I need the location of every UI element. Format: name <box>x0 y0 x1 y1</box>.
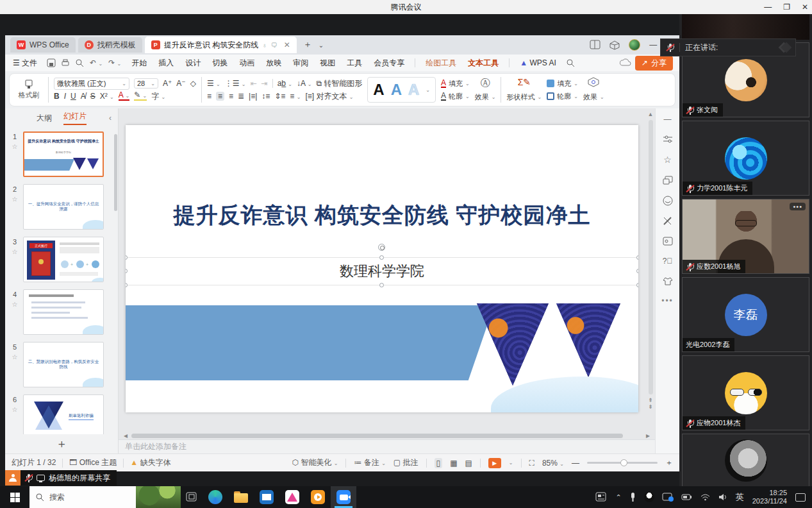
tools-icon[interactable] <box>663 216 672 226</box>
close-button[interactable]: ✕ <box>802 3 808 12</box>
participant-tile[interactable]: 应物2001林杰 <box>682 355 809 430</box>
menu-transition[interactable]: 切换 <box>211 56 229 70</box>
start-button[interactable] <box>0 486 29 508</box>
zoom-in-button[interactable]: ＋ <box>665 457 673 468</box>
reader-icon[interactable] <box>663 237 673 246</box>
collapse-panel-icon[interactable]: ‹ <box>109 114 112 123</box>
comments-button[interactable]: ▢ 批注 <box>394 457 418 468</box>
notification-center-icon[interactable] <box>795 493 806 502</box>
star-icon[interactable]: ☆ <box>12 353 18 360</box>
taskbar-search[interactable]: 搜索 <box>29 486 181 508</box>
align-right-button[interactable]: ≡ <box>229 92 233 101</box>
vertical-text-button[interactable]: ↓A ⌄ <box>297 79 311 88</box>
justify-button[interactable]: ≣ <box>238 92 244 101</box>
theme-indicator[interactable]: 🗔 Office 主题 <box>69 457 117 468</box>
menu-review[interactable]: 审阅 <box>292 56 310 70</box>
new-tab-button[interactable]: ＋ <box>303 39 312 51</box>
preview-icon[interactable] <box>76 59 84 67</box>
partial-video-top[interactable] <box>682 14 809 40</box>
zoom-slider-handle[interactable] <box>620 459 627 466</box>
restore-button[interactable]: ❐ <box>783 3 790 12</box>
numbered-list-button[interactable]: ⋮☰ ⌄ <box>225 79 246 88</box>
save-icon[interactable] <box>47 59 56 67</box>
participant-tile[interactable] <box>682 434 809 486</box>
taskbar-app-edge[interactable] <box>203 486 228 508</box>
taskbar-app-video[interactable] <box>305 486 331 508</box>
text-style-gallery[interactable]: A A A ⌄ <box>367 77 436 103</box>
shapes-icon[interactable] <box>663 176 673 185</box>
beautify-button[interactable]: ⬡ 智能美化 ⌄ <box>292 457 338 468</box>
redo-icon[interactable]: ↷ ⌄ <box>108 58 121 67</box>
theme-clothes-icon[interactable] <box>663 276 673 285</box>
bullet-list-button[interactable]: ☰ ⌄ <box>207 79 220 88</box>
taskbar-app-explorer[interactable] <box>228 486 254 508</box>
line-spacing-button[interactable]: ↕≡ <box>261 92 270 101</box>
file-menu[interactable]: ☰ 文件 <box>12 56 38 70</box>
search-icon[interactable] <box>567 59 575 67</box>
zoom-level[interactable]: 85% ⌄ <box>542 459 564 468</box>
align-center-button[interactable]: ≡ <box>216 92 224 101</box>
tab-document[interactable]: P 提升反诈意识 构筑安全防线 ♁ 🗨 ✕ <box>145 37 297 53</box>
shape-fill-button[interactable]: 填充⌄ <box>547 78 578 89</box>
slide-thumbnail-3[interactable]: 3☆ 正式施行 + + <box>9 237 112 282</box>
next-slide-icon[interactable]: ⇟ <box>648 403 653 410</box>
resize-handle[interactable] <box>636 283 638 287</box>
cloud-icon[interactable] <box>620 58 631 67</box>
superscript-button[interactable]: X² ⌄ <box>100 92 114 101</box>
tab-docer[interactable]: D 找稻壳模板 <box>78 37 142 53</box>
slide-canvas[interactable]: 提升反诈意识 构筑安全防线 守护校园净土 数理科学学院 <box>119 108 655 432</box>
underline-button[interactable]: U <box>70 92 76 101</box>
font-size-select[interactable]: 28⌄ <box>134 78 158 89</box>
participant-tile[interactable]: ••• 应数2001杨旭 <box>682 199 809 274</box>
triangle-image-1[interactable] <box>477 303 549 385</box>
wifi-icon[interactable] <box>700 493 710 501</box>
text-style-blue[interactable]: A <box>391 81 402 99</box>
prev-slide-icon[interactable]: ⇞ <box>648 397 653 403</box>
star-icon[interactable]: ☆ <box>12 301 18 308</box>
decrease-font-button[interactable]: A⁻ <box>176 79 185 88</box>
increase-font-button[interactable]: A⁺ <box>163 79 172 88</box>
taskbar-app-meeting[interactable] <box>331 486 356 508</box>
resize-handle[interactable] <box>126 283 128 287</box>
clear-format-icon[interactable]: ◇ <box>190 79 196 88</box>
menu-tools[interactable]: 工具 <box>345 56 363 70</box>
phonetic-button[interactable]: 字 ⌄ <box>151 91 165 102</box>
triangle-image-2[interactable] <box>556 303 620 377</box>
text-fill-button[interactable]: A填充⌄ <box>441 78 470 89</box>
user-avatar[interactable] <box>629 39 640 51</box>
horizontal-scrollbar[interactable] <box>131 434 623 438</box>
notes-bar[interactable]: 单击此处添加备注 <box>119 439 655 453</box>
share-button[interactable]: ↗分享 <box>635 56 673 71</box>
banner-shape[interactable] <box>126 305 494 380</box>
rotate-handle[interactable] <box>378 244 385 251</box>
resize-handle[interactable] <box>379 283 384 287</box>
tab-slides[interactable]: 幻灯片 <box>63 111 87 125</box>
format-painter-button[interactable]: 格式刷 <box>15 76 43 104</box>
slide-subtitle-textbox[interactable]: 数理科学学院 <box>126 257 638 285</box>
font-color-button[interactable]: A ⌄ <box>119 92 129 101</box>
align-text-button[interactable]: [≡] 对齐文本 ⌄ <box>305 91 353 102</box>
notes-button[interactable]: ≔ 备注 ⌄ <box>354 457 385 468</box>
speaker-icon[interactable] <box>718 493 727 501</box>
star-icon[interactable]: ☆ <box>12 143 18 150</box>
scroll-right-icon[interactable]: ▸ <box>646 431 650 440</box>
slide-thumbnail-1[interactable]: 1☆ 提升反诈意识 构筑安全防线 守护校园净土 数理科学学院 <box>9 131 112 177</box>
text-style-black[interactable]: A <box>373 81 384 99</box>
menu-text-tools[interactable]: 文本工具 <box>467 56 500 70</box>
battery-icon[interactable] <box>682 493 692 501</box>
usb-mic-icon[interactable] <box>630 493 636 502</box>
help-icon[interactable]: ?⃝ <box>663 257 673 266</box>
missing-font-warning[interactable]: ▲ 缺失字体 <box>130 457 170 468</box>
slide-thumbnail-5[interactable]: 5☆ 二、慧眼识别电诈套路，构筑反诈安全防线 <box>9 342 112 387</box>
tray-expand-icon[interactable]: ⌃ <box>616 493 622 502</box>
mic-muted-icon[interactable] <box>666 43 674 52</box>
normal-view-icon[interactable]: ▯ <box>435 458 443 468</box>
menu-draw-tools[interactable]: 绘图工具 <box>424 56 458 70</box>
scroll-up-icon[interactable]: ▲ <box>648 111 654 117</box>
char-border-button[interactable]: A̸ <box>81 92 86 101</box>
scroll-left-icon[interactable]: ◂ <box>124 431 128 440</box>
italic-button[interactable]: I <box>64 92 66 101</box>
menu-animation[interactable]: 动画 <box>238 56 256 70</box>
split-view-icon[interactable] <box>590 40 601 49</box>
taskbar-app-mail[interactable] <box>254 486 279 508</box>
